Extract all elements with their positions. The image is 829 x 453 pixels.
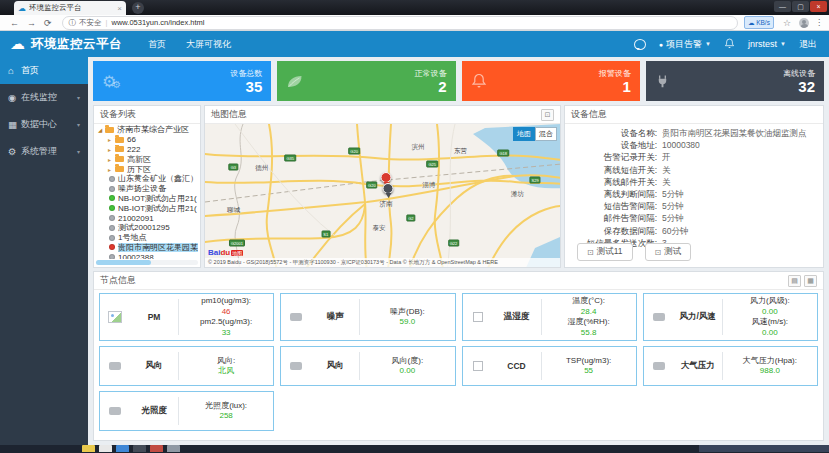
taskbar-app-icon[interactable] <box>167 445 180 452</box>
sensor-card-温湿度[interactable]: 温湿度温度(°C):28.4湿度(%RH):55.8 <box>462 293 637 341</box>
top-nav-item[interactable]: 首页 <box>148 38 166 51</box>
taskbar-folder-icon[interactable] <box>82 445 95 452</box>
tree-item[interactable]: ◢济南市某综合产业区 <box>96 125 198 135</box>
device-info-panel: 设备信息 设备名称:贵阳市南明区花果园某餐饮油烟监测点设备地址:10000380… <box>564 105 824 268</box>
tree-item-label: 山东黄金矿业（鑫汇） <box>118 174 198 184</box>
taskbar-app-icon[interactable] <box>99 445 112 452</box>
taskbar-app-icon[interactable] <box>116 445 129 452</box>
sensor-metrics: TSP(ug/m3):55 <box>542 356 636 377</box>
tree-caret-icon[interactable]: ▸ <box>108 156 115 163</box>
refresh-icon[interactable]: ⟳ <box>44 18 52 28</box>
map-pin-offline-icon[interactable] <box>383 183 394 198</box>
sidebar-item-在线监控[interactable]: ◉在线监控▾ <box>0 84 88 111</box>
bell-icon[interactable] <box>724 38 735 51</box>
window-minimize-button[interactable]: — <box>774 1 791 12</box>
plug-icon <box>655 74 670 89</box>
tree-item-label: 高新区 <box>127 154 151 164</box>
tree-item[interactable]: NB-IOT测试勿占用21( <box>96 194 198 204</box>
stat-card-设备总数[interactable]: ⚙⚙设备总数35 <box>93 61 271 101</box>
sidebar-item-首页[interactable]: ⌂首页 <box>0 57 88 84</box>
stat-card-正常设备[interactable]: 正常设备2 <box>277 61 455 101</box>
metric-label: 大气压力(Hpa): <box>723 356 817 367</box>
tree-item[interactable]: 噪声扬尘设备 <box>96 184 198 194</box>
map-type-button-地图[interactable]: 地图 <box>513 127 535 141</box>
tree-item[interactable]: ▸222 <box>96 145 198 155</box>
monitor-icon: ◉ <box>8 92 21 103</box>
extension-speed-badge[interactable]: ☁ KB/s <box>744 16 774 29</box>
field-value: 5分钟 <box>662 200 819 212</box>
device-info-field: 邮件告警间隔:5分钟 <box>569 212 819 224</box>
sidebar-item-数据中心[interactable]: ▦数据中心▾ <box>0 111 88 138</box>
tree-item[interactable]: 贵阳市南明区花果园某 <box>96 243 198 253</box>
tab-close-icon[interactable]: × <box>117 4 122 13</box>
map-city-label: 泰安 <box>372 224 385 233</box>
sensor-card-风向[interactable]: 风向风向:北风 <box>99 346 274 386</box>
sensor-card-噪声[interactable]: 噪声噪声(DB):59.0 <box>280 293 455 341</box>
map-type-button-混合[interactable]: 混合 <box>535 127 557 141</box>
window-close-button[interactable]: × <box>810 1 827 12</box>
sensor-card-大气压力[interactable]: 大气压力大气压力(Hpa):988.0 <box>643 346 818 386</box>
sensor-metrics: 风力(风级):0.00风速(m/s):0.00 <box>723 296 817 338</box>
tree-item[interactable]: 山东黄金矿业（鑫汇） <box>96 174 198 184</box>
info-icon[interactable]: ⓘ <box>69 18 77 28</box>
sensor-card-PM[interactable]: PMpm10(ug/m3):46pm2.5(ug/m3):33 <box>99 293 274 341</box>
sensor-card-风力/风速[interactable]: 风力/风速风力(风级):0.00风速(m/s):0.00 <box>643 293 818 341</box>
list-view-icon[interactable]: ▦ <box>804 275 817 287</box>
sensor-name: 风向 <box>130 360 178 372</box>
horizontal-scrollbar[interactable] <box>96 260 198 265</box>
scrollbar-thumb[interactable] <box>96 260 151 265</box>
tree-item[interactable]: 10002388 <box>96 252 198 259</box>
stat-card-报警设备[interactable]: 报警设备1 <box>462 61 640 101</box>
project-alarm-dropdown[interactable]: ● 项目告警 ▼ <box>659 38 711 51</box>
tree-item[interactable]: 21002091 <box>96 213 198 223</box>
map-canvas[interactable]: 济南泰安淄博东营滨州德州聊城潍坊 G20G35G3G20G25G2S1G2001… <box>205 124 560 267</box>
tree-item[interactable]: ▸66 <box>96 135 198 145</box>
grid-view-icon[interactable]: ▤ <box>788 275 801 287</box>
tree-item[interactable]: ▸历下区 <box>96 164 198 174</box>
tree-caret-icon[interactable]: ▸ <box>108 166 115 173</box>
sensor-icon <box>100 362 130 370</box>
test-button[interactable]: ⊡测试 <box>645 243 692 261</box>
url-field[interactable]: ⓘ 不安全 | www.0531yun.cn/index.html <box>62 16 738 30</box>
tree-caret-icon[interactable]: ▸ <box>108 136 115 143</box>
stat-card-离线设备[interactable]: 离线设备32 <box>646 61 824 101</box>
sensor-card-CCD[interactable]: CCDTSP(ug/m3):55 <box>462 346 637 386</box>
sensor-name: 光照度 <box>130 405 178 417</box>
taskbar-tray[interactable] <box>699 445 829 452</box>
tree-item[interactable]: 测试20001295 <box>96 223 198 233</box>
tree-item-label: 历下区 <box>127 164 151 174</box>
tree-item[interactable]: ▸高新区 <box>96 154 198 164</box>
top-nav-item[interactable]: 大屏可视化 <box>186 38 231 51</box>
test-button[interactable]: ⊡测试11 <box>577 243 633 261</box>
new-tab-button[interactable]: + <box>132 2 144 14</box>
sensor-card-光照度[interactable]: 光照度光照度(lux):258 <box>99 391 274 431</box>
tree-item[interactable]: 1号地点 <box>96 233 198 243</box>
taskbar-app-icon[interactable] <box>133 445 146 452</box>
node-info-panel: 节点信息 ▤ ▦ PMpm10(ug/m3):46pm2.5(ug/m3):33… <box>93 271 824 441</box>
tree-caret-icon[interactable]: ◢ <box>98 127 105 133</box>
metric-value: 28.4 <box>542 307 636 318</box>
sensor-card-风向[interactable]: 风向风向(度):0.00 <box>280 346 455 386</box>
browser-menu-icon[interactable]: ⋮ <box>815 18 823 27</box>
device-tree: ◢济南市某综合产业区▸66▸222▸高新区▸历下区山东黄金矿业（鑫汇）噪声扬尘设… <box>96 125 198 259</box>
logout-button[interactable]: 退出 <box>799 38 817 51</box>
sidebar-item-系统管理[interactable]: ⚙系统管理▾ <box>0 138 88 165</box>
taskbar-app-icon[interactable] <box>150 445 163 452</box>
browser-tab[interactable]: ☁ 环境监控云平台 × <box>14 1 126 15</box>
message-icon[interactable] <box>634 39 646 50</box>
metric-label: 风速(m/s): <box>723 317 817 328</box>
forward-icon[interactable]: → <box>27 18 36 28</box>
device-status-dot <box>109 186 115 192</box>
device-info-field: 离线短信开关:关 <box>569 164 819 176</box>
profile-avatar[interactable] <box>799 18 809 28</box>
sensor-name: 大气压力 <box>674 360 722 372</box>
field-value: 60分钟 <box>662 225 819 237</box>
tree-item[interactable]: NB-IOT测试勿占用21( <box>96 203 198 213</box>
back-icon[interactable]: ← <box>10 18 19 28</box>
window-maximize-button[interactable]: ▢ <box>792 1 809 12</box>
panel-collapse-icon[interactable]: ⊡ <box>541 109 554 121</box>
bookmark-star-icon[interactable]: ☆ <box>783 18 791 28</box>
browser-addressbar: ← → ⟳ ⓘ 不安全 | www.0531yun.cn/index.html … <box>0 15 829 31</box>
tree-caret-icon[interactable]: ▸ <box>108 146 115 153</box>
user-dropdown[interactable]: jnrstest ▼ <box>748 39 786 49</box>
